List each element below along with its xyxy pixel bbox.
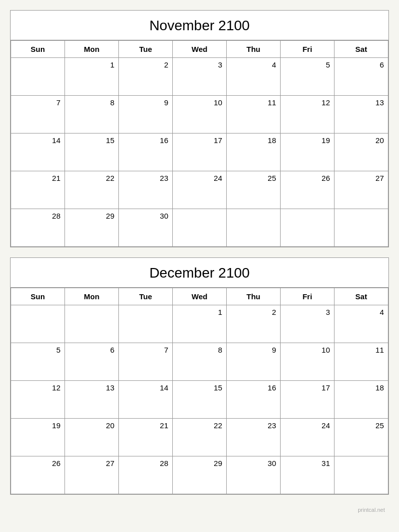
calendar-container: November 2100SunMonTueWedThuFriSat123456… bbox=[10, 10, 389, 514]
calendar-december-2100: December 2100SunMonTueWedThuFriSat123456… bbox=[10, 257, 389, 495]
calendar-day-cell: 27 bbox=[335, 171, 388, 209]
calendar-day-cell: 14 bbox=[119, 381, 173, 419]
calendar-week-row: 123456 bbox=[11, 58, 388, 96]
header-wed: Wed bbox=[173, 41, 227, 58]
calendar-day-cell: 23 bbox=[119, 171, 173, 209]
header-tue: Tue bbox=[119, 41, 173, 58]
calendar-day-cell: 23 bbox=[227, 419, 281, 456]
calendar-day-cell: 19 bbox=[281, 134, 335, 171]
calendar-day-cell: 16 bbox=[119, 134, 173, 171]
calendar-day-cell: 26 bbox=[11, 456, 65, 494]
calendar-day-cell bbox=[335, 209, 388, 247]
calendar-day-cell: 25 bbox=[227, 171, 281, 209]
calendar-day-cell: 5 bbox=[281, 58, 335, 96]
calendar-day-cell: 10 bbox=[281, 343, 335, 381]
calendar-day-cell bbox=[11, 58, 65, 96]
calendar-week-row: 262728293031 bbox=[11, 456, 388, 494]
calendar-day-cell: 29 bbox=[173, 456, 227, 494]
calendar-day-cell bbox=[11, 305, 65, 343]
calendar-week-row: 282930 bbox=[11, 209, 388, 247]
header-sun: Sun bbox=[11, 41, 65, 58]
calendar-day-cell bbox=[335, 456, 388, 494]
calendar-day-cell: 6 bbox=[65, 343, 119, 381]
calendar-title-december-2100: December 2100 bbox=[11, 258, 388, 288]
calendar-day-cell: 19 bbox=[11, 419, 65, 456]
header-mon: Mon bbox=[65, 41, 119, 58]
header-fri: Fri bbox=[281, 41, 335, 58]
calendar-day-cell: 30 bbox=[227, 456, 281, 494]
calendar-day-cell: 31 bbox=[281, 456, 335, 494]
calendar-day-cell: 11 bbox=[335, 343, 388, 381]
calendar-day-cell: 11 bbox=[227, 96, 281, 134]
calendar-day-cell: 7 bbox=[119, 343, 173, 381]
calendar-day-cell: 28 bbox=[119, 456, 173, 494]
header-mon: Mon bbox=[65, 288, 119, 305]
calendar-day-cell: 4 bbox=[335, 305, 388, 343]
calendar-week-row: 14151617181920 bbox=[11, 134, 388, 171]
header-tue: Tue bbox=[119, 288, 173, 305]
calendar-november-2100: November 2100SunMonTueWedThuFriSat123456… bbox=[10, 10, 389, 247]
header-sun: Sun bbox=[11, 288, 65, 305]
calendar-week-row: 19202122232425 bbox=[11, 419, 388, 456]
calendar-day-cell: 14 bbox=[11, 134, 65, 171]
calendar-day-cell: 9 bbox=[227, 343, 281, 381]
calendar-day-cell: 21 bbox=[11, 171, 65, 209]
header-fri: Fri bbox=[281, 288, 335, 305]
calendar-week-row: 567891011 bbox=[11, 343, 388, 381]
calendar-day-cell: 22 bbox=[65, 171, 119, 209]
calendar-day-cell: 1 bbox=[65, 58, 119, 96]
calendar-day-cell: 29 bbox=[65, 209, 119, 247]
calendar-day-cell: 28 bbox=[11, 209, 65, 247]
header-thu: Thu bbox=[227, 288, 281, 305]
calendar-day-cell bbox=[227, 209, 281, 247]
calendar-day-cell: 18 bbox=[335, 381, 388, 419]
calendar-week-row: 12131415161718 bbox=[11, 381, 388, 419]
calendar-day-cell bbox=[119, 305, 173, 343]
calendar-day-cell: 15 bbox=[173, 381, 227, 419]
header-wed: Wed bbox=[173, 288, 227, 305]
calendar-day-cell: 24 bbox=[173, 171, 227, 209]
calendar-day-cell: 13 bbox=[335, 96, 388, 134]
calendar-day-cell: 15 bbox=[65, 134, 119, 171]
calendar-day-cell: 8 bbox=[173, 343, 227, 381]
calendar-day-cell: 6 bbox=[335, 58, 388, 96]
calendar-day-cell: 20 bbox=[335, 134, 388, 171]
calendar-day-cell: 3 bbox=[173, 58, 227, 96]
calendar-day-cell: 26 bbox=[281, 171, 335, 209]
calendar-day-cell: 13 bbox=[65, 381, 119, 419]
calendar-day-cell: 12 bbox=[281, 96, 335, 134]
header-sat: Sat bbox=[335, 41, 388, 58]
calendar-day-cell bbox=[173, 209, 227, 247]
calendar-day-cell: 27 bbox=[65, 456, 119, 494]
calendar-day-cell: 20 bbox=[65, 419, 119, 456]
calendar-day-cell: 18 bbox=[227, 134, 281, 171]
calendar-grid-december-2100: SunMonTueWedThuFriSat1234567891011121314… bbox=[11, 288, 388, 494]
calendar-day-cell: 12 bbox=[11, 381, 65, 419]
calendar-day-cell: 5 bbox=[11, 343, 65, 381]
calendar-day-cell: 3 bbox=[281, 305, 335, 343]
calendar-day-cell: 30 bbox=[119, 209, 173, 247]
watermark: printcal.net bbox=[10, 505, 389, 514]
calendar-week-row: 78910111213 bbox=[11, 96, 388, 134]
calendar-week-row: 21222324252627 bbox=[11, 171, 388, 209]
header-sat: Sat bbox=[335, 288, 388, 305]
calendar-week-row: 1234 bbox=[11, 305, 388, 343]
calendar-day-cell bbox=[281, 209, 335, 247]
calendar-day-cell: 7 bbox=[11, 96, 65, 134]
calendar-day-cell: 25 bbox=[335, 419, 388, 456]
calendar-day-cell: 10 bbox=[173, 96, 227, 134]
calendar-day-cell: 21 bbox=[119, 419, 173, 456]
calendar-day-cell: 16 bbox=[227, 381, 281, 419]
calendar-day-cell: 2 bbox=[227, 305, 281, 343]
calendar-grid-november-2100: SunMonTueWedThuFriSat1234567891011121314… bbox=[11, 40, 388, 247]
calendar-day-cell: 4 bbox=[227, 58, 281, 96]
calendar-title-november-2100: November 2100 bbox=[11, 11, 388, 40]
calendar-day-cell bbox=[65, 305, 119, 343]
calendar-day-cell: 9 bbox=[119, 96, 173, 134]
calendar-day-cell: 22 bbox=[173, 419, 227, 456]
calendar-day-cell: 8 bbox=[65, 96, 119, 134]
calendar-day-cell: 2 bbox=[119, 58, 173, 96]
calendar-day-cell: 17 bbox=[281, 381, 335, 419]
header-thu: Thu bbox=[227, 41, 281, 58]
calendar-day-cell: 1 bbox=[173, 305, 227, 343]
